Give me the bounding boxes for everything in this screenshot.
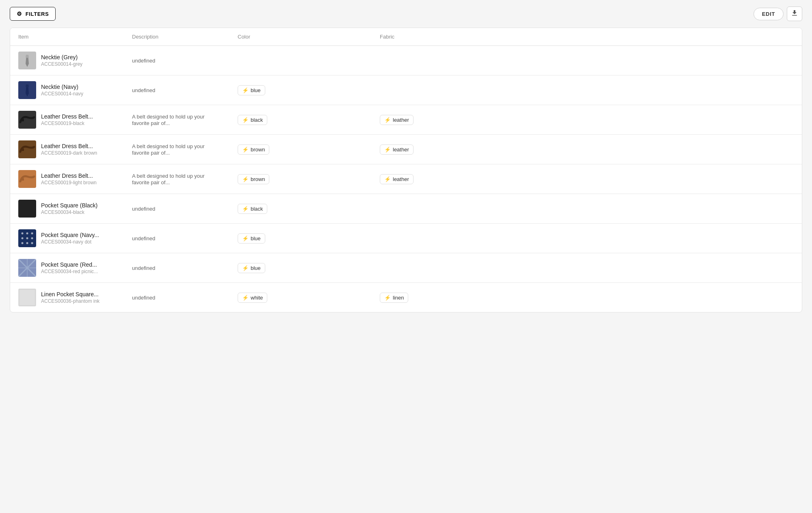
toolbar: ⚙ FILTERS EDIT <box>0 0 812 28</box>
color-value: blue <box>251 87 261 93</box>
item-info: Pocket Square (Red... ACCES00034-red pic… <box>41 261 98 274</box>
color-badge[interactable]: ⚡ brown <box>238 144 269 155</box>
item-name: Leather Dress Belt... <box>41 113 93 120</box>
item-thumbnail <box>18 52 36 69</box>
description-text: undefined <box>132 58 155 64</box>
color-badge[interactable]: ⚡ black <box>238 115 267 125</box>
item-cell: Linen Pocket Square... ACCES00036-phanto… <box>18 289 116 306</box>
item-sku: ACCES00034-black <box>41 209 97 215</box>
fabric-badge[interactable]: ⚡ leather <box>380 144 414 155</box>
table-row: Pocket Square (Black) ACCES00034-black u… <box>10 194 802 224</box>
color-value: black <box>251 117 263 123</box>
color-badge[interactable]: ⚡ black <box>238 204 267 214</box>
item-sku: ACCES00014-navy <box>41 91 83 97</box>
item-thumbnail <box>18 289 36 306</box>
bolt-icon: ⚡ <box>384 176 391 182</box>
svg-point-19 <box>26 237 28 239</box>
bolt-icon: ⚡ <box>384 295 391 301</box>
description-text: undefined <box>132 265 155 271</box>
bolt-icon: ⚡ <box>242 206 249 212</box>
color-value: black <box>251 206 263 212</box>
description-text: undefined <box>132 235 155 241</box>
svg-point-23 <box>31 242 33 244</box>
table-row: Pocket Square (Navy... ACCES00034-navy d… <box>10 224 802 253</box>
bolt-icon: ⚡ <box>242 87 249 93</box>
items-table: Item Description Color Fabric Necktie (G… <box>10 28 802 312</box>
download-button[interactable] <box>787 6 802 21</box>
item-thumbnail <box>18 259 36 277</box>
edit-button[interactable]: EDIT <box>754 8 784 20</box>
filters-button[interactable]: ⚙ FILTERS <box>10 7 56 21</box>
col-header-item: Item <box>10 28 124 46</box>
item-name: Leather Dress Belt... <box>41 143 97 149</box>
item-cell: Necktie (Navy) ACCES00014-navy <box>18 81 116 99</box>
color-value: blue <box>251 265 261 271</box>
color-value: brown <box>251 147 265 153</box>
item-info: Necktie (Grey) ACCES00014-grey <box>41 54 82 67</box>
svg-rect-8 <box>22 119 24 121</box>
item-thumbnail <box>18 81 36 99</box>
svg-point-16 <box>26 233 28 235</box>
item-cell: Pocket Square (Navy... ACCES00034-navy d… <box>18 229 116 247</box>
items-table-wrapper: Item Description Color Fabric Necktie (G… <box>10 28 802 313</box>
download-icon <box>791 10 798 18</box>
bolt-icon: ⚡ <box>384 147 391 153</box>
color-badge[interactable]: ⚡ blue <box>238 85 265 95</box>
color-badge[interactable]: ⚡ blue <box>238 233 265 244</box>
svg-point-20 <box>31 237 33 239</box>
col-header-description: Description <box>124 28 230 46</box>
color-badge[interactable]: ⚡ brown <box>238 174 269 184</box>
item-cell: Necktie (Grey) ACCES00014-grey <box>18 52 116 69</box>
description-text: undefined <box>132 206 155 212</box>
color-badge[interactable]: ⚡ blue <box>238 263 265 273</box>
item-thumbnail <box>18 140 36 158</box>
svg-rect-29 <box>18 289 36 306</box>
item-sku: ACCES00036-phantom ink <box>41 298 100 304</box>
color-value: white <box>251 295 263 301</box>
svg-rect-0 <box>792 15 797 16</box>
svg-point-21 <box>22 242 24 244</box>
fabric-value: linen <box>393 295 404 301</box>
item-name: Necktie (Grey) <box>41 54 82 60</box>
item-info: Leather Dress Belt... ACCES00019-light b… <box>41 172 97 185</box>
fabric-badge[interactable]: ⚡ leather <box>380 115 414 125</box>
table-row: Necktie (Grey) ACCES00014-grey undefined <box>10 46 802 75</box>
bolt-icon: ⚡ <box>384 117 391 123</box>
bolt-icon: ⚡ <box>242 147 249 153</box>
item-sku: ACCES00019-dark brown <box>41 150 97 156</box>
color-value: brown <box>251 176 265 182</box>
svg-point-15 <box>22 233 24 235</box>
item-cell: Leather Dress Belt... ACCES00019-black <box>18 111 116 129</box>
item-name: Pocket Square (Navy... <box>41 232 99 238</box>
table-header-row: Item Description Color Fabric <box>10 28 802 46</box>
item-cell: Leather Dress Belt... ACCES00019-light b… <box>18 170 116 188</box>
description-text: undefined <box>132 295 155 301</box>
item-sku: ACCES00014-grey <box>41 61 82 67</box>
description-text: A belt designed to hold up your favorite… <box>132 173 205 185</box>
table-row: Necktie (Navy) ACCES00014-navy undefined… <box>10 75 802 105</box>
item-cell: Pocket Square (Black) ACCES00034-black <box>18 200 116 218</box>
svg-point-18 <box>22 237 24 239</box>
filters-icon: ⚙ <box>17 11 22 17</box>
table-row: Pocket Square (Red... ACCES00034-red pic… <box>10 253 802 283</box>
item-sku: ACCES00034-navy dot <box>41 239 99 245</box>
svg-point-17 <box>31 233 33 235</box>
fabric-badge[interactable]: ⚡ linen <box>380 293 408 303</box>
table-row: Leather Dress Belt... ACCES00019-black A… <box>10 105 802 135</box>
fabric-badge[interactable]: ⚡ leather <box>380 174 414 184</box>
svg-rect-12 <box>22 178 24 181</box>
description-text: undefined <box>132 87 155 93</box>
color-badge[interactable]: ⚡ white <box>238 293 267 303</box>
toolbar-right: EDIT <box>754 6 802 21</box>
fabric-value: leather <box>393 176 409 182</box>
svg-rect-13 <box>18 200 36 218</box>
fabric-value: leather <box>393 147 409 153</box>
item-info: Leather Dress Belt... ACCES00019-dark br… <box>41 143 97 156</box>
item-thumbnail <box>18 200 36 218</box>
item-cell: Pocket Square (Red... ACCES00034-red pic… <box>18 259 116 277</box>
item-sku: ACCES00034-red picnic... <box>41 269 98 274</box>
svg-point-22 <box>26 242 28 244</box>
item-sku: ACCES00019-black <box>41 121 93 126</box>
description-text: A belt designed to hold up your favorite… <box>132 143 205 156</box>
item-sku: ACCES00019-light brown <box>41 180 97 185</box>
